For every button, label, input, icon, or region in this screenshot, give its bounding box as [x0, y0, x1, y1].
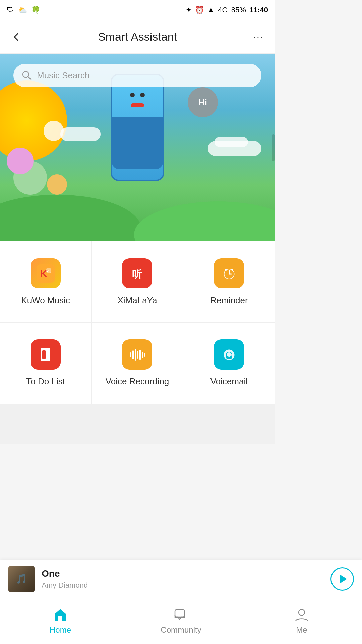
- phone-face: [130, 86, 145, 114]
- content-area: Music Search Hi: [0, 54, 275, 570]
- grid-item-voicemail[interactable]: Voicemail: [183, 323, 275, 404]
- home-label: Home: [50, 625, 71, 635]
- search-placeholder: Music Search: [37, 70, 90, 81]
- voicemail-icon: [214, 339, 244, 370]
- grid-item-voice[interactable]: Voice Recording: [92, 323, 183, 404]
- search-icon: [21, 70, 32, 81]
- battery-label: 85%: [231, 6, 246, 14]
- grid-item-ximalaya[interactable]: 听 XiMaLaYa: [92, 241, 183, 323]
- community-label: Community: [161, 625, 201, 635]
- svg-text:♫: ♫: [49, 271, 52, 275]
- svg-rect-24: [139, 350, 141, 360]
- scroll-indicator: [272, 134, 275, 161]
- wifi-icon: ▲: [207, 6, 215, 14]
- back-button[interactable]: [8, 29, 25, 45]
- bottom-nav: Home Community Me: [0, 597, 275, 644]
- cloud-1: [60, 127, 101, 141]
- todo-icon: [31, 339, 61, 370]
- spacer: [0, 404, 275, 444]
- status-bar: 🛡 ⛅ 🍀 ✦ ⏰ ▲ 4G 85% 11:40: [0, 0, 275, 20]
- voicemail-label: Voicemail: [210, 376, 248, 387]
- weather-icon: ⛅: [18, 6, 27, 14]
- alarm-icon: ⏰: [195, 6, 204, 14]
- phone-bottom: [112, 117, 163, 169]
- voice-label: Voice Recording: [106, 376, 169, 387]
- home-icon: [53, 607, 68, 623]
- svg-rect-22: [135, 349, 136, 361]
- hi-bubble: Hi: [188, 87, 218, 117]
- svg-text:听: 听: [132, 269, 142, 280]
- status-right-icons: ✦ ⏰ ▲ 4G 85% 11:40: [186, 6, 268, 14]
- cloud-4: [215, 137, 248, 147]
- song-info: One Amy Diamond: [42, 568, 275, 590]
- nav-item-home[interactable]: Home: [0, 604, 121, 638]
- now-playing-bar: 🎵 One Amy Diamond: [0, 560, 275, 597]
- svg-rect-23: [137, 351, 138, 359]
- todo-label: To Do List: [26, 376, 65, 387]
- nav-item-community[interactable]: Community: [121, 604, 241, 638]
- kuwo-label: KuWo Music: [21, 295, 70, 306]
- grid-item-todo[interactable]: To Do List: [0, 323, 92, 404]
- svg-rect-18: [42, 350, 46, 359]
- banner: Music Search Hi: [0, 54, 275, 241]
- song-artist: Amy Diamond: [42, 581, 275, 590]
- grid-item-reminder[interactable]: Reminder: [183, 241, 275, 323]
- grid-section: K ♪ ♫ KuWo Music 听 XiMaLaYa: [0, 241, 275, 404]
- cloud-2: [44, 121, 64, 141]
- signal-label: 4G: [218, 6, 228, 14]
- status-left-icons: 🛡 ⛅ 🍀: [7, 6, 40, 14]
- leaf-icon: 🍀: [31, 6, 40, 14]
- hill-left: [0, 195, 141, 241]
- search-bar[interactable]: Music Search: [13, 64, 261, 87]
- svg-text:♪: ♪: [47, 268, 49, 273]
- bluetooth-icon: ✦: [186, 6, 192, 14]
- svg-point-14: [225, 269, 227, 271]
- song-title: One: [42, 568, 275, 579]
- sun: [0, 80, 67, 161]
- header: Smart Assistant ···: [0, 20, 275, 54]
- svg-rect-21: [132, 350, 134, 359]
- svg-rect-26: [144, 353, 145, 357]
- grid-item-kuwo[interactable]: K ♪ ♫ KuWo Music: [0, 241, 92, 323]
- phone-character: [111, 74, 164, 181]
- kuwo-icon: K ♪ ♫: [31, 258, 61, 288]
- shield-icon: 🛡: [7, 6, 14, 14]
- svg-rect-31: [227, 357, 231, 359]
- page-title: Smart Assistant: [98, 30, 177, 43]
- svg-rect-32: [175, 610, 184, 617]
- svg-rect-25: [142, 352, 143, 358]
- time-label: 11:40: [249, 6, 268, 14]
- decorative-ball-3: [47, 174, 67, 195]
- album-art-inner: 🎵: [8, 566, 35, 592]
- nav-item-me[interactable]: Me: [241, 604, 275, 638]
- reminder-icon: [214, 258, 244, 288]
- hill-right: [134, 201, 275, 241]
- community-icon: [173, 607, 189, 623]
- svg-point-15: [231, 269, 233, 271]
- svg-line-1: [28, 77, 31, 79]
- svg-rect-20: [130, 352, 131, 357]
- voice-icon: [122, 339, 152, 370]
- ximalaya-label: XiMaLaYa: [117, 295, 157, 306]
- album-art: 🎵: [8, 566, 35, 592]
- decorative-ball-2: [7, 148, 34, 174]
- more-button[interactable]: ···: [250, 29, 267, 45]
- ximalaya-icon: 听: [122, 258, 152, 288]
- reminder-label: Reminder: [210, 295, 248, 306]
